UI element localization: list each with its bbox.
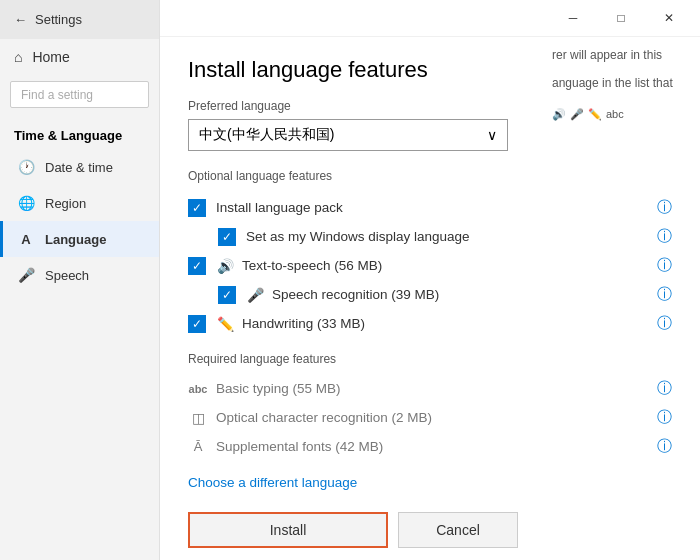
back-label: Settings — [35, 12, 82, 27]
date-time-icon: 🕐 — [17, 158, 35, 176]
feature-item-handwriting: ✓ ✏️ Handwriting (33 MB) ⓘ — [188, 309, 672, 338]
req-label-basic-typing: Basic typing (55 MB) — [216, 381, 649, 396]
required-features-label: Required language features — [188, 352, 672, 366]
req-label-ocr: Optical character recognition (2 MB) — [216, 410, 649, 425]
home-icon: ⌂ — [14, 49, 22, 65]
checkbox-handwriting[interactable]: ✓ — [188, 315, 206, 333]
hint-text-2: anguage in the list that — [552, 74, 688, 92]
ocr-icon: ◫ — [188, 410, 208, 426]
info-icon-tts[interactable]: ⓘ — [657, 256, 672, 275]
req-item-basic-typing: abc Basic typing (55 MB) ⓘ — [188, 374, 672, 403]
basic-typing-icon: abc — [188, 383, 208, 395]
req-item-ocr: ◫ Optical character recognition (2 MB) ⓘ — [188, 403, 672, 432]
checkbox-tts[interactable]: ✓ — [188, 257, 206, 275]
checkmark-icon: ✓ — [222, 288, 232, 302]
home-item[interactable]: ⌂ Home — [0, 39, 159, 75]
checkbox-display-language[interactable]: ✓ — [218, 228, 236, 246]
search-placeholder: Find a setting — [21, 88, 93, 102]
supplemental-fonts-icon: Ā — [188, 439, 208, 454]
checkmark-icon: ✓ — [192, 259, 202, 273]
feature-label-display-language: Set as my Windows display language — [246, 229, 649, 244]
feature-item-speech-recognition: ✓ 🎤 Speech recognition (39 MB) ⓘ — [188, 280, 672, 309]
button-row: Install Cancel — [188, 512, 672, 548]
req-label-supplemental-fonts: Supplemental fonts (42 MB) — [216, 439, 649, 454]
info-icon-ocr[interactable]: ⓘ — [657, 408, 672, 427]
right-panel-hint: rer will appear in this anguage in the l… — [540, 32, 700, 137]
back-button[interactable]: ← Settings — [0, 0, 159, 39]
feature-item-language-pack: ✓ Install language pack ⓘ — [188, 193, 672, 222]
speech-recognition-icon: 🎤 — [246, 287, 264, 303]
install-button[interactable]: Install — [188, 512, 388, 548]
sidebar: ← Settings ⌂ Home Find a setting Time & … — [0, 0, 160, 560]
sidebar-item-speech[interactable]: 🎤 Speech — [0, 257, 159, 293]
cancel-button[interactable]: Cancel — [398, 512, 518, 548]
find-setting-input[interactable]: Find a setting — [10, 81, 149, 108]
checkmark-icon: ✓ — [192, 317, 202, 331]
feature-label-language-pack: Install language pack — [216, 200, 649, 215]
tts-icon: 🔊 — [216, 258, 234, 274]
req-item-supplemental-fonts: Ā Supplemental fonts (42 MB) ⓘ — [188, 432, 672, 461]
lang-icon-3: ✏️ — [588, 106, 602, 123]
handwriting-icon: ✏️ — [216, 316, 234, 332]
language-icons-row: 🔊 🎤 ✏️ abc — [552, 106, 688, 123]
checkmark-icon: ✓ — [192, 201, 202, 215]
language-icon: A — [17, 230, 35, 248]
feature-label-speech-recognition: Speech recognition (39 MB) — [272, 287, 649, 302]
sidebar-item-date-time-label: Date & time — [45, 160, 113, 175]
preferred-language-value: 中文(中华人民共和国) — [199, 126, 334, 144]
info-icon-supplemental-fonts[interactable]: ⓘ — [657, 437, 672, 456]
home-label: Home — [32, 49, 69, 65]
checkmark-icon: ✓ — [222, 230, 232, 244]
sidebar-item-region-label: Region — [45, 196, 86, 211]
sidebar-item-region[interactable]: 🌐 Region — [0, 185, 159, 221]
sidebar-item-language-label: Language — [45, 232, 106, 247]
lang-icon-4: abc — [606, 106, 624, 123]
sidebar-item-speech-label: Speech — [45, 268, 89, 283]
close-button[interactable]: ✕ — [646, 4, 692, 32]
info-icon-handwriting[interactable]: ⓘ — [657, 314, 672, 333]
optional-features-label: Optional language features — [188, 169, 672, 183]
sidebar-item-language[interactable]: A Language — [0, 221, 159, 257]
region-icon: 🌐 — [17, 194, 35, 212]
feature-label-handwriting: Handwriting (33 MB) — [242, 316, 649, 331]
sidebar-item-date-time[interactable]: 🕐 Date & time — [0, 149, 159, 185]
feature-item-display-language: ✓ Set as my Windows display language ⓘ — [188, 222, 672, 251]
main-content: ─ □ ✕ Install language features Preferre… — [160, 0, 700, 560]
choose-different-language-link[interactable]: Choose a different language — [188, 475, 357, 490]
speech-icon: 🎤 — [17, 266, 35, 284]
dropdown-arrow-icon: ∨ — [487, 127, 497, 143]
info-icon-speech-recognition[interactable]: ⓘ — [657, 285, 672, 304]
info-icon-language-pack[interactable]: ⓘ — [657, 198, 672, 217]
info-icon-display-language[interactable]: ⓘ — [657, 227, 672, 246]
checkbox-language-pack[interactable]: ✓ — [188, 199, 206, 217]
feature-label-tts: Text-to-speech (56 MB) — [242, 258, 649, 273]
feature-item-tts: ✓ 🔊 Text-to-speech (56 MB) ⓘ — [188, 251, 672, 280]
lang-icon-1: 🔊 — [552, 106, 566, 123]
minimize-button[interactable]: ─ — [550, 4, 596, 32]
back-arrow-icon: ← — [14, 12, 27, 27]
lang-icon-2: 🎤 — [570, 106, 584, 123]
maximize-button[interactable]: □ — [598, 4, 644, 32]
time-language-section: Time & Language — [0, 114, 159, 149]
info-icon-basic-typing[interactable]: ⓘ — [657, 379, 672, 398]
preferred-language-dropdown[interactable]: 中文(中华人民共和国) ∨ — [188, 119, 508, 151]
hint-text-1: rer will appear in this — [552, 46, 688, 64]
checkbox-speech-recognition[interactable]: ✓ — [218, 286, 236, 304]
